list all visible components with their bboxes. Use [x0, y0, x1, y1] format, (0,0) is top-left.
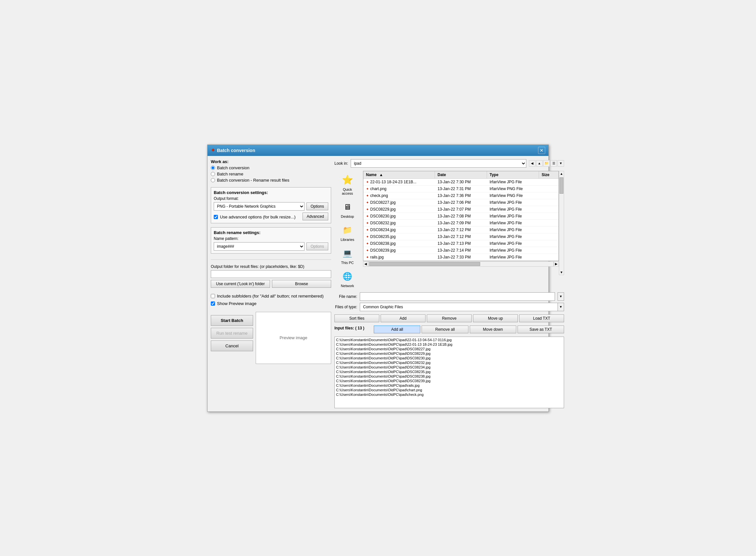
- list-item[interactable]: C:\Users\Konstantin\Documents\OldPC\ipad…: [336, 388, 562, 392]
- advanced-checkbox-label[interactable]: Use advanced options (for bulk resize...…: [214, 214, 296, 219]
- col-name[interactable]: Name ▲: [363, 171, 435, 178]
- output-folder-input[interactable]: [211, 270, 331, 278]
- v-scroll-thumb[interactable]: [560, 177, 563, 194]
- table-row[interactable]: ✦DSC08232.jpg 13-Jan-22 7:09 PM IrfanVie…: [363, 220, 559, 227]
- files-of-type-select[interactable]: Common Graphic Files: [360, 303, 562, 311]
- output-folder-section: Output folder for result files: (or plac…: [211, 264, 331, 288]
- h-scroll-thumb[interactable]: [369, 262, 480, 266]
- load-txt-button[interactable]: Load TXT: [519, 314, 564, 322]
- title-bar: ✦ Batch conversion ✕: [207, 145, 549, 156]
- add-button[interactable]: Add: [381, 314, 425, 322]
- browser-body: ⭐ Quick access 🖥 Desktop 📁 Libraries 💻 T…: [334, 171, 564, 289]
- nav-up-button[interactable]: ▲: [536, 160, 542, 167]
- nav-network[interactable]: 🌐 Network: [336, 269, 359, 289]
- table-row[interactable]: ✦DSC08238.jpg 13-Jan-22 7:13 PM IrfanVie…: [363, 240, 559, 247]
- list-item[interactable]: C:\Users\Konstantin\Documents\OldPC\ipad…: [336, 342, 562, 347]
- scroll-left-btn[interactable]: ◀: [363, 262, 368, 267]
- list-item[interactable]: C:\Users\Konstantin\Documents\OldPC\ipad…: [336, 370, 562, 374]
- add-all-button[interactable]: Add all: [374, 325, 420, 333]
- desktop-icon: 🖥: [341, 201, 354, 213]
- look-in-row: Look in: ipad ◀ ▲ 📁 ☰ ▼: [334, 159, 564, 168]
- remove-all-button[interactable]: Remove all: [422, 325, 468, 333]
- list-item[interactable]: C:\Users\Konstantin\Documents\OldPC\ipad…: [336, 356, 562, 360]
- close-button[interactable]: ✕: [538, 147, 545, 154]
- input-files-count: Input files: ( 13 ): [334, 325, 373, 333]
- table-row[interactable]: ✦22-01-13 18-24-23 1E1B... 13-Jan-22 7:3…: [363, 179, 559, 185]
- col-type[interactable]: Type: [487, 171, 539, 178]
- table-row[interactable]: ✦check.png 13-Jan-22 7:36 PM IrfanView P…: [363, 193, 559, 199]
- list-item[interactable]: C:\Users\Konstantin\Documents\OldPC\ipad…: [336, 365, 562, 370]
- file-name-input[interactable]: [360, 292, 555, 301]
- table-row[interactable]: ✦DSC08230.jpg 13-Jan-22 7:08 PM IrfanVie…: [363, 213, 559, 220]
- list-item[interactable]: C:\Users\Konstantin\Documents\OldPC\ipad…: [336, 383, 562, 388]
- file-list-wrapper: Name ▲ Date Type Size: [363, 171, 564, 275]
- advanced-row: Use advanced options (for bulk resize...…: [214, 213, 328, 220]
- show-preview-checkbox[interactable]: [211, 302, 215, 306]
- cancel-button[interactable]: Cancel: [211, 341, 253, 351]
- list-item[interactable]: C:\Users\Konstantin\Documents\OldPC\ipad…: [336, 338, 562, 342]
- scroll-up-btn[interactable]: ▲: [559, 171, 564, 176]
- nav-this-pc[interactable]: 💻 This PC: [336, 245, 359, 266]
- table-row[interactable]: ✦rails.jpg 13-Jan-22 7:33 PM IrfanView J…: [363, 254, 559, 261]
- nav-back-button[interactable]: ◀: [529, 160, 535, 167]
- radio-batch-conversion-rename[interactable]: Batch conversion - Rename result files: [211, 178, 331, 183]
- name-pattern-row: image### Options: [214, 242, 328, 251]
- work-as-radio-group: Batch conversion Batch rename Batch conv…: [211, 165, 331, 183]
- table-row[interactable]: ✦DSC08229.jpg 13-Jan-22 7:07 PM IrfanVie…: [363, 206, 559, 213]
- list-item[interactable]: C:\Users\Konstantin\Documents\OldPC\ipad…: [336, 351, 562, 356]
- name-pattern-select[interactable]: image###: [214, 242, 304, 251]
- col-date[interactable]: Date: [435, 171, 487, 178]
- options-button[interactable]: Options: [306, 203, 328, 210]
- move-down-button[interactable]: Move down: [470, 325, 516, 333]
- run-test-rename-button[interactable]: Run test rename: [211, 328, 253, 339]
- filetype-dropdown-btn[interactable]: ▼: [558, 303, 564, 311]
- rename-options-button[interactable]: Options: [306, 243, 328, 250]
- table-row[interactable]: ✦chart.png 13-Jan-22 7:31 PM IrfanView P…: [363, 185, 559, 193]
- list-item[interactable]: C:\Users\Konstantin\Documents\OldPC\ipad…: [336, 392, 562, 397]
- browse-button[interactable]: Browse: [272, 280, 331, 288]
- table-row[interactable]: ✦DSC08227.jpg 13-Jan-22 7:06 PM IrfanVie…: [363, 199, 559, 206]
- advanced-button[interactable]: Advanced: [303, 213, 328, 220]
- scroll-down-btn[interactable]: ▼: [559, 270, 564, 275]
- col-size[interactable]: Size: [539, 171, 559, 178]
- sort-files-button[interactable]: Sort files: [334, 314, 379, 322]
- new-folder-button[interactable]: 📁: [543, 160, 550, 167]
- output-format-select[interactable]: PNG - Portable Network Graphics: [214, 202, 304, 211]
- this-pc-icon: 💻: [341, 247, 354, 260]
- table-row[interactable]: ✦DSC08239.jpg 13-Jan-22 7:14 PM IrfanVie…: [363, 247, 559, 254]
- move-up-button[interactable]: Move up: [473, 314, 518, 322]
- toolbar-icons: ◀ ▲ 📁 ☰ ▼: [529, 160, 564, 167]
- scroll-right-btn[interactable]: ▶: [554, 262, 559, 267]
- action-buttons: Start Batch Run test rename Cancel: [211, 315, 253, 351]
- nav-libraries[interactable]: 📁 Libraries: [336, 222, 359, 243]
- list-item[interactable]: C:\Users\Konstantin\Documents\OldPC\ipad…: [336, 379, 562, 383]
- table-row[interactable]: ✦DSC08234.jpg 13-Jan-22 7:12 PM IrfanVie…: [363, 227, 559, 233]
- nav-desktop[interactable]: 🖥 Desktop: [336, 199, 359, 220]
- list-item[interactable]: C:\Users\Konstantin\Documents\OldPC\ipad…: [336, 374, 562, 379]
- use-current-folder-button[interactable]: Use current ('Look in') folder: [211, 280, 270, 288]
- input-files-list[interactable]: C:\Users\Konstantin\Documents\OldPC\ipad…: [334, 337, 564, 408]
- view-toggle-button[interactable]: ☰: [551, 160, 557, 167]
- advanced-checkbox[interactable]: [214, 215, 218, 219]
- remove-button[interactable]: Remove: [427, 314, 472, 322]
- include-subfolders-label[interactable]: Include subfolders (for "Add all" button…: [211, 293, 331, 299]
- nav-sidebar: ⭐ Quick access 🖥 Desktop 📁 Libraries 💻 T…: [334, 171, 361, 289]
- table-row[interactable]: ✦DSC08235.jpg 13-Jan-22 7:12 PM IrfanVie…: [363, 233, 559, 240]
- start-batch-button[interactable]: Start Batch: [211, 315, 253, 326]
- toolbar-menu-button[interactable]: ▼: [558, 160, 564, 167]
- folder-btn-row: Use current ('Look in') folder Browse: [211, 280, 331, 288]
- list-item[interactable]: C:\Users\Konstantin\Documents\OldPC\ipad…: [336, 360, 562, 365]
- include-subfolders-checkbox[interactable]: [211, 294, 215, 298]
- look-in-select[interactable]: ipad: [351, 159, 526, 168]
- radio-batch-rename[interactable]: Batch rename: [211, 172, 331, 176]
- list-item[interactable]: C:\Users\Konstantin\Documents\OldPC\ipad…: [336, 347, 562, 351]
- radio-batch-conversion[interactable]: Batch conversion: [211, 165, 331, 170]
- h-scroll-track: [368, 262, 554, 267]
- filename-dropdown-btn[interactable]: ▼: [558, 292, 564, 301]
- filetype-row: Files of type: Common Graphic Files ▼: [334, 303, 564, 311]
- save-as-txt-button[interactable]: Save as TXT: [518, 325, 564, 333]
- h-scrollbar: ◀ ▶: [363, 262, 559, 267]
- show-preview-label[interactable]: Show Preview image: [211, 301, 331, 306]
- file-list-inner: Name ▲ Date Type Size: [363, 171, 559, 275]
- nav-quick-access[interactable]: ⭐ Quick access: [336, 172, 359, 197]
